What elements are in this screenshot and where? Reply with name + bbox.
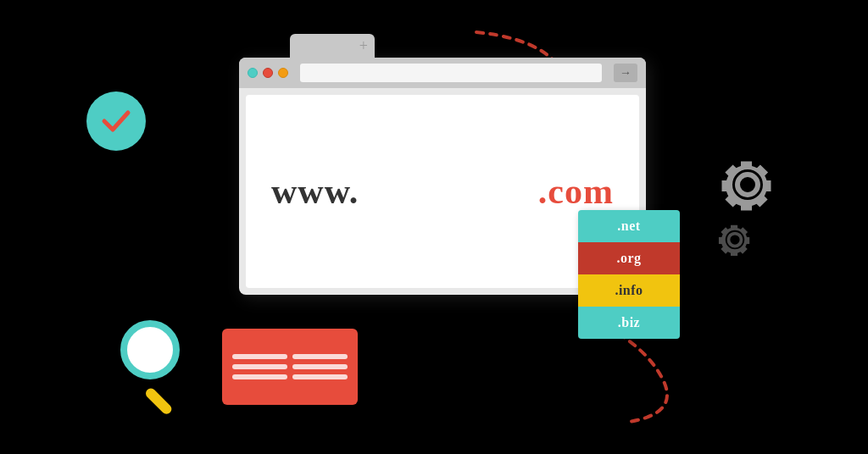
content-line-1 — [232, 354, 287, 359]
address-bar[interactable] — [300, 64, 602, 82]
tld-net: .net — [578, 210, 680, 242]
tld-org: .org — [578, 242, 680, 274]
checkmark-icon — [99, 104, 133, 138]
browser-tab: + — [290, 34, 375, 58]
tld-stack: .net .org .info .biz — [578, 210, 680, 339]
gear-small — [714, 219, 756, 264]
content-line-4 — [292, 364, 348, 369]
magnifier-handle — [144, 386, 174, 416]
content-line-3 — [232, 364, 287, 369]
magnifier — [120, 320, 180, 379]
dot-green — [248, 68, 258, 78]
gear-small-icon — [714, 219, 756, 261]
gear-large-icon — [714, 151, 782, 219]
domain-com-text: .com — [538, 171, 614, 212]
nav-arrow[interactable]: → — [614, 64, 637, 82]
magnifier-glass — [120, 320, 180, 379]
content-line-2 — [292, 354, 348, 359]
checkmark-circle — [86, 91, 146, 151]
content-line-5 — [232, 374, 287, 379]
browser-titlebar: → — [239, 58, 646, 88]
tab-plus-icon: + — [359, 37, 368, 55]
content-line-6 — [292, 374, 348, 379]
arrow-icon: → — [620, 66, 632, 80]
content-card — [222, 329, 358, 405]
main-scene: + → www. .com .net .org .info .biz — [137, 24, 731, 430]
dot-red — [263, 68, 273, 78]
tld-info: .info — [578, 274, 680, 307]
gear-large — [714, 151, 782, 222]
tld-biz: .biz — [578, 307, 680, 339]
dot-yellow — [278, 68, 288, 78]
domain-www-text: www. — [271, 171, 359, 212]
